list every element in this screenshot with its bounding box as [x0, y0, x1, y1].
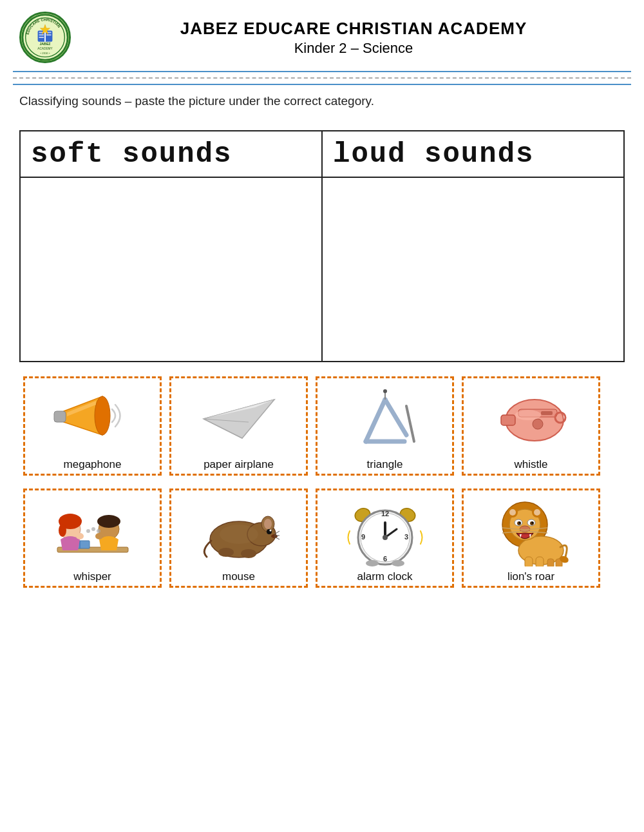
svg-point-53 — [271, 534, 278, 538]
svg-rect-7 — [39, 37, 44, 38]
card-paper-airplane[interactable]: paper airplane — [169, 376, 308, 476]
lion-label: lion's roar — [507, 570, 554, 583]
svg-point-32 — [515, 410, 541, 420]
whisper-label: whisper — [73, 570, 111, 583]
card-triangle[interactable]: triangle — [316, 376, 454, 476]
svg-text:12: 12 — [381, 510, 388, 518]
page-header: EDUCARE CHRISTIAN JABEZ ACADEMY • 2016 •… — [0, 0, 644, 71]
card-lion[interactable]: lion's roar — [462, 489, 600, 588]
svg-point-41 — [97, 515, 120, 528]
svg-point-50 — [264, 519, 272, 529]
svg-text:9: 9 — [361, 533, 365, 541]
paper-airplane-label: paper airplane — [204, 458, 274, 471]
soft-sounds-column: soft sounds — [21, 131, 323, 361]
svg-text:3: 3 — [404, 533, 408, 541]
mouse-image — [194, 496, 284, 566]
svg-point-57 — [218, 548, 234, 557]
school-logo: EDUCARE CHRISTIAN JABEZ ACADEMY • 2016 • — [19, 12, 71, 63]
svg-rect-28 — [501, 415, 515, 425]
card-megaphone[interactable]: megaphone — [23, 376, 162, 476]
school-subtitle: Kinder 2 – Science — [82, 40, 625, 57]
svg-point-72 — [392, 560, 404, 566]
svg-point-31 — [533, 419, 543, 429]
cards-row-2: whisper — [19, 485, 625, 592]
svg-rect-6 — [39, 34, 44, 35]
school-name: JABEZ EDUCARE CHRISTIAN ACADEMY — [82, 19, 625, 39]
svg-point-81 — [509, 509, 516, 516]
whistle-label: whistle — [515, 458, 548, 471]
svg-text:JABEZ: JABEZ — [39, 42, 51, 46]
svg-point-71 — [366, 560, 379, 566]
cards-row-1: megaphone paper airplane — [19, 372, 625, 479]
svg-point-44 — [97, 529, 100, 533]
svg-line-23 — [385, 400, 406, 435]
svg-text:6: 6 — [383, 555, 386, 563]
lion-image — [486, 496, 576, 566]
svg-text:• 2016 •: • 2016 • — [41, 52, 50, 55]
triangle-label: triangle — [367, 458, 403, 471]
instruction-text: Classifying sounds – paste the picture u… — [0, 85, 644, 115]
svg-point-58 — [241, 549, 256, 558]
alarm-clock-label: alarm clock — [357, 570, 413, 583]
picture-cards: megaphone paper airplane — [19, 372, 625, 592]
whisper-image — [48, 496, 138, 566]
card-mouse[interactable]: mouse — [169, 489, 308, 588]
megaphone-image — [48, 383, 138, 454]
svg-rect-77 — [547, 559, 554, 566]
svg-point-43 — [91, 527, 95, 531]
svg-point-14 — [95, 396, 110, 435]
header-divider — [13, 71, 631, 72]
svg-rect-75 — [525, 557, 533, 566]
soft-sounds-header: soft sounds — [21, 131, 321, 178]
mouse-label: mouse — [222, 570, 255, 583]
svg-point-59 — [220, 525, 258, 544]
whistle-image — [486, 383, 576, 454]
card-whisper[interactable]: whisper — [23, 489, 162, 588]
classification-table: soft sounds loud sounds — [19, 130, 625, 362]
svg-point-26 — [383, 389, 387, 393]
card-alarm-clock[interactable]: 12 3 6 9 alarm c — [316, 489, 454, 588]
svg-point-45 — [76, 533, 84, 539]
alarm-clock-image: 12 3 6 9 — [340, 496, 430, 566]
megaphone-label: megaphone — [64, 458, 122, 471]
loud-sounds-header: loud sounds — [323, 131, 623, 178]
svg-marker-17 — [204, 400, 274, 438]
soft-sounds-body — [21, 178, 321, 361]
loud-sounds-body — [323, 178, 623, 361]
card-whistle[interactable]: whistle — [462, 376, 600, 476]
svg-point-89 — [531, 522, 533, 524]
svg-point-70 — [383, 535, 388, 540]
paper-airplane-image — [194, 383, 284, 454]
svg-rect-76 — [536, 557, 544, 566]
school-info: JABEZ EDUCARE CHRISTIAN ACADEMY Kinder 2… — [82, 19, 625, 57]
svg-rect-9 — [46, 34, 52, 35]
svg-point-88 — [518, 522, 520, 524]
svg-point-39 — [59, 524, 66, 537]
svg-point-46 — [95, 533, 103, 539]
svg-line-22 — [366, 400, 385, 441]
svg-text:ACADEMY: ACADEMY — [37, 47, 53, 50]
svg-point-42 — [86, 529, 90, 533]
dashed-divider — [13, 77, 631, 79]
svg-point-52 — [269, 530, 271, 532]
svg-rect-30 — [541, 411, 553, 415]
loud-sounds-column: loud sounds — [323, 131, 623, 361]
triangle-image — [340, 383, 430, 454]
svg-point-83 — [534, 509, 540, 516]
svg-rect-15 — [54, 411, 66, 422]
